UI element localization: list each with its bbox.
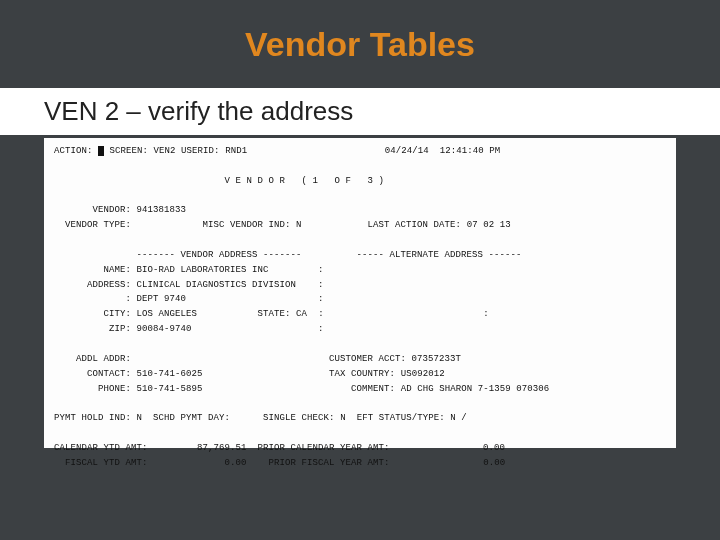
cust-acct-label: CUSTOMER ACCT: (329, 354, 406, 364)
address-label: ADDRESS: (87, 280, 131, 290)
comment-value: AD CHG SHARON 7-1359 070306 (401, 384, 550, 394)
name-label: NAME: (104, 265, 132, 275)
action-label: ACTION: (54, 146, 93, 156)
phone-value: 510-741-5895 (137, 384, 203, 394)
address-line2: DEPT 9740 (137, 294, 187, 304)
slide: Vendor Tables VEN 2 – verify the address… (0, 0, 720, 540)
fisc-ytd-value: 0.00 (225, 458, 247, 468)
zip-label: ZIP: (109, 324, 131, 334)
addr-header: ------- VENDOR ADDRESS ------- (137, 250, 302, 260)
alt-header: ----- ALTERNATE ADDRESS ------ (357, 250, 522, 260)
terminal-screen: ACTION: SCREEN: VEN2 USERID: RND1 04/24/… (44, 138, 676, 448)
vendor-value: 941381833 (137, 205, 187, 215)
time-value: 12:41:40 PM (440, 146, 501, 156)
contact-value: 510-741-6025 (137, 369, 203, 379)
zip-value: 90084-9740 (137, 324, 192, 334)
prior-fisc-value: 0.00 (483, 458, 505, 468)
userid-value: RND1 (225, 146, 247, 156)
pymt-hold-value: N (137, 413, 143, 423)
prior-cal-value: 0.00 (483, 443, 505, 453)
eft-value: N / (450, 413, 467, 423)
last-action-value: 07 02 13 (467, 220, 511, 230)
tax-country-value: US092012 (401, 369, 445, 379)
comment-label: COMMENT: (351, 384, 395, 394)
last-action-label: LAST ACTION DATE: (368, 220, 462, 230)
cal-ytd-value: 87,769.51 (197, 443, 247, 453)
screen-label: SCREEN: (110, 146, 149, 156)
contact-label: CONTACT: (87, 369, 131, 379)
address-line1: CLINICAL DIAGNOSTICS DIVISION (137, 280, 297, 290)
misc-ind-value: N (296, 220, 302, 230)
screen-value: VEN2 (154, 146, 176, 156)
fisc-ytd-label: FISCAL YTD AMT: (65, 458, 148, 468)
eft-label: EFT STATUS/TYPE: (357, 413, 445, 423)
cal-ytd-label: CALENDAR YTD AMT: (54, 443, 148, 453)
tax-country-label: TAX COUNTRY: (329, 369, 395, 379)
single-check-label: SINGLE CHECK: (263, 413, 335, 423)
state-value: CA (296, 309, 307, 319)
slide-subtitle: VEN 2 – verify the address (0, 88, 720, 135)
city-value: LOS ANGELES (137, 309, 198, 319)
pymt-hold-label: PYMT HOLD IND: (54, 413, 131, 423)
userid-label: USERID: (181, 146, 220, 156)
phone-label: PHONE: (98, 384, 131, 394)
misc-ind-label: MISC VENDOR IND: (203, 220, 291, 230)
slide-title: Vendor Tables (0, 25, 720, 64)
name-value: BIO-RAD LABORATORIES INC (137, 265, 269, 275)
prior-fisc-label: PRIOR FISCAL YEAR AMT: (269, 458, 390, 468)
vendor-type-label: VENDOR TYPE: (65, 220, 131, 230)
prior-cal-label: PRIOR CALENDAR YEAR AMT: (258, 443, 390, 453)
addl-addr-label: ADDL ADDR: (76, 354, 131, 364)
date-value: 04/24/14 (385, 146, 429, 156)
state-label: STATE: (258, 309, 291, 319)
vendor-label: VENDOR: (93, 205, 132, 215)
cursor-icon (98, 146, 104, 156)
cust-acct-value: 07357233T (412, 354, 462, 364)
city-label: CITY: (104, 309, 132, 319)
banner-text: V E N D O R ( 1 O F 3 ) (225, 176, 385, 186)
single-check-value: N (340, 413, 346, 423)
schd-label: SCHD PYMT DAY: (153, 413, 230, 423)
